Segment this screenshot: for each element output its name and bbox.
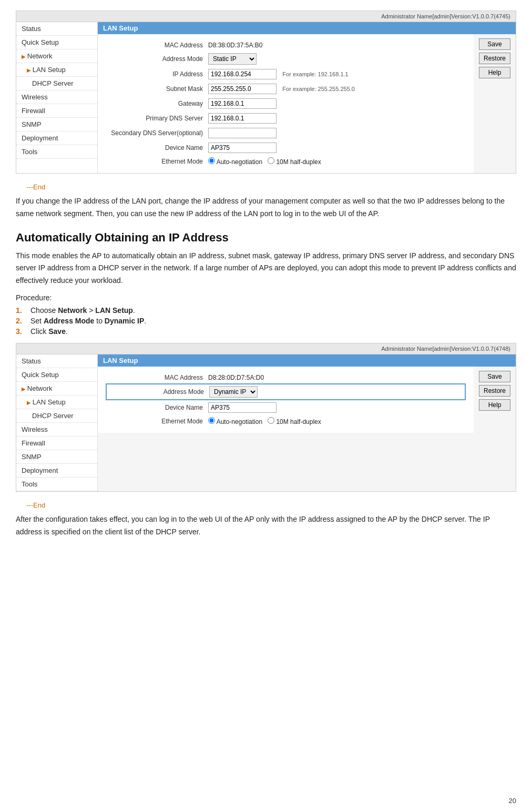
form-row-addressmode-2: Address Mode Static IP Dynamic IP	[106, 383, 466, 400]
radio-10m-2[interactable]	[268, 417, 274, 424]
label-addressmode-1: Address Mode	[106, 55, 208, 63]
sidebar-item-firewall-2[interactable]: Firewall	[16, 437, 97, 450]
sidebar-item-network-2[interactable]: Network	[16, 382, 97, 396]
radio-group-eth-2[interactable]: Auto-negotiation 10M half-duplex	[208, 417, 466, 425]
input-gateway-1[interactable]	[208, 98, 277, 109]
form-row-gateway-1: Gateway	[106, 96, 466, 111]
screenshot-2: Administrator Name[admin]Version:V1.0.0.…	[16, 343, 516, 492]
sidebar-item-tools-2[interactable]: Tools	[16, 478, 97, 491]
paragraph-1: If you change the IP address of the LAN …	[16, 195, 516, 220]
form-row-devicename-1: Device Name	[106, 140, 466, 155]
form-row-ip-1: IP Address For example: 192.168.1.1	[106, 67, 466, 82]
sidebar-item-deployment-1[interactable]: Deployment	[16, 131, 97, 145]
help-button-2[interactable]: Help	[479, 399, 510, 411]
value-ethmode-1[interactable]: Auto-negotiation 10M half-duplex	[208, 157, 466, 166]
value-ip-1[interactable]: For example: 192.168.1.1	[208, 69, 466, 79]
label-ethmode-1: Ethernet Mode	[106, 158, 208, 165]
form-row-dns1-1: Primary DNS Server	[106, 111, 466, 126]
radio-auto-label-1[interactable]: Auto-negotiation	[208, 157, 262, 166]
form-row-dns2-1: Secondary DNS Server(optional)	[106, 126, 466, 140]
label-devicename-1: Device Name	[106, 144, 208, 151]
step-3: 3. Click Save.	[16, 326, 516, 337]
value-devicename-2[interactable]	[208, 402, 466, 413]
input-devicename-2[interactable]	[208, 402, 277, 413]
step-1: 1. Choose Network > LAN Setup.	[16, 305, 516, 316]
step-num-2: 2.	[16, 317, 26, 325]
select-addressmode-1[interactable]: Static IP Dynamic IP	[208, 53, 257, 65]
radio-auto-label-2[interactable]: Auto-negotiation	[208, 417, 262, 425]
sidebar-item-status-1[interactable]: Status	[16, 22, 97, 36]
label-ethmode-2: Ethernet Mode	[106, 418, 208, 425]
label-devicename-2: Device Name	[106, 404, 208, 411]
label-dns1-1: Primary DNS Server	[106, 115, 208, 122]
label-mac-1: MAC Address	[106, 42, 208, 49]
value-addressmode-1[interactable]: Static IP Dynamic IP	[208, 53, 466, 65]
procedure-list: 1. Choose Network > LAN Setup. 2. Set Ad…	[16, 305, 516, 337]
radio-auto-1[interactable]	[208, 157, 215, 164]
restore-button-2[interactable]: Restore	[479, 385, 510, 397]
screenshot-1: Administrator Name[admin]Version:V1.0.0.…	[16, 11, 516, 174]
page-number: 20	[509, 797, 516, 805]
sidebar-item-deployment-2[interactable]: Deployment	[16, 464, 97, 478]
sidebar-item-tools-1[interactable]: Tools	[16, 145, 97, 159]
input-subnet-1[interactable]	[208, 84, 277, 94]
label-ip-1: IP Address	[106, 70, 208, 78]
section-body: This mode enables the AP to automaticall…	[16, 250, 516, 287]
topbar-text-1: Administrator Name[admin]Version:V1.0.0.…	[381, 13, 510, 19]
value-dns2-1[interactable]	[208, 128, 466, 138]
form-row-ethmode-2: Ethernet Mode Auto-negotiation 10M half-…	[106, 415, 466, 428]
value-mac-1: D8:38:0D:37:5A:B0	[208, 42, 466, 49]
form-row-mac-1: MAC Address D8:38:0D:37:5A:B0	[106, 39, 466, 51]
hint-subnet-1: For example: 255.255.255.0	[282, 86, 355, 92]
label-dns2-1: Secondary DNS Server(optional)	[106, 129, 208, 137]
help-button-1[interactable]: Help	[479, 67, 510, 78]
input-ip-1[interactable]	[208, 69, 277, 79]
radio-10m-label-1[interactable]: 10M half-duplex	[268, 157, 321, 166]
value-ethmode-2[interactable]: Auto-negotiation 10M half-duplex	[208, 417, 466, 425]
topbar-1: Administrator Name[admin]Version:V1.0.0.…	[16, 11, 516, 22]
sidebar-item-lansetup-1[interactable]: LAN Setup	[16, 63, 97, 77]
radio-auto-2[interactable]	[208, 417, 215, 424]
sidebar-item-status-2[interactable]: Status	[16, 354, 97, 368]
radio-group-eth-1[interactable]: Auto-negotiation 10M half-duplex	[208, 157, 466, 166]
restore-button-1[interactable]: Restore	[479, 53, 510, 64]
end-marker-2: ---End	[26, 501, 516, 509]
sidebar-1: Status Quick Setup Network LAN Setup DHC…	[16, 22, 98, 173]
value-addressmode-2[interactable]: Static IP Dynamic IP	[209, 386, 465, 398]
input-dns1-1[interactable]	[208, 113, 277, 124]
input-devicename-1[interactable]	[208, 143, 277, 153]
select-addressmode-2[interactable]: Static IP Dynamic IP	[209, 386, 258, 398]
panel-title-1: LAN Setup	[98, 22, 516, 34]
value-gateway-1[interactable]	[208, 98, 466, 109]
sidebar-item-firewall-1[interactable]: Firewall	[16, 104, 97, 118]
form-row-ethmode-1: Ethernet Mode Auto-negotiation 10M half-…	[106, 155, 466, 168]
sidebar-item-dhcp-2[interactable]: DHCP Server	[16, 409, 97, 423]
sidebar-item-quicksetup-2[interactable]: Quick Setup	[16, 368, 97, 382]
value-dns1-1[interactable]	[208, 113, 466, 124]
sidebar-item-quicksetup-1[interactable]: Quick Setup	[16, 36, 97, 49]
save-button-1[interactable]: Save	[479, 38, 510, 50]
sidebar-item-wireless-2[interactable]: Wireless	[16, 423, 97, 437]
end-marker-1: ---End	[26, 183, 516, 191]
sidebar-item-wireless-1[interactable]: Wireless	[16, 90, 97, 104]
sidebar-item-snmp-1[interactable]: SNMP	[16, 118, 97, 131]
value-mac-2: D8:28:0D:D7:5A:D0	[208, 374, 466, 381]
panel-title-2: LAN Setup	[98, 354, 516, 367]
value-devicename-1[interactable]	[208, 143, 466, 153]
label-gateway-1: Gateway	[106, 100, 208, 107]
radio-10m-1[interactable]	[268, 157, 274, 164]
label-mac-2: MAC Address	[106, 374, 208, 381]
label-addressmode-2: Address Mode	[107, 388, 209, 396]
step-2: 2. Set Address Mode to Dynamic IP.	[16, 316, 516, 326]
input-dns2-1[interactable]	[208, 128, 277, 138]
save-button-2[interactable]: Save	[479, 371, 510, 382]
sidebar-item-network-1[interactable]: Network	[16, 49, 97, 63]
form-area-1: MAC Address D8:38:0D:37:5A:B0 Address Mo…	[98, 34, 474, 173]
value-subnet-1[interactable]: For example: 255.255.255.0	[208, 84, 466, 94]
sidebar-item-dhcp-1[interactable]: DHCP Server	[16, 77, 97, 90]
step-text-2: Set Address Mode to Dynamic IP.	[30, 317, 146, 325]
sidebar-item-snmp-2[interactable]: SNMP	[16, 450, 97, 464]
form-row-devicename-2: Device Name	[106, 400, 466, 415]
radio-10m-label-2[interactable]: 10M half-duplex	[268, 417, 321, 425]
sidebar-item-lansetup-2[interactable]: LAN Setup	[16, 396, 97, 409]
